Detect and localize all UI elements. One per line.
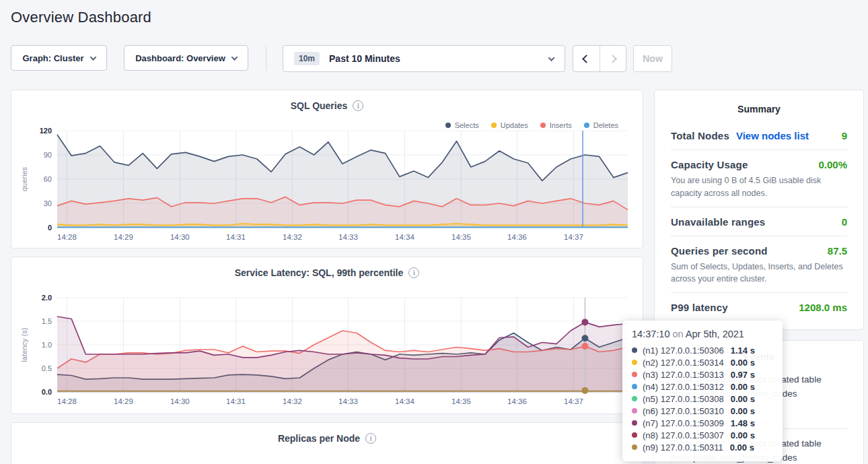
svg-text:1.0: 1.0	[42, 341, 52, 349]
svg-text:1.5: 1.5	[42, 317, 52, 325]
node-latency-value: 0.00 s	[731, 394, 755, 404]
replicas-per-node-title: Replicas per Node	[278, 433, 360, 444]
dashboard-dropdown[interactable]: Dashboard: Overview	[124, 45, 248, 71]
tooltip-date: Apr 5th, 2021	[686, 329, 744, 339]
node-address: (n3) 127.0.0.1:50313	[643, 370, 724, 380]
unavailable-ranges-label: Unavailable ranges	[671, 216, 765, 228]
svg-text:14:34: 14:34	[395, 233, 414, 241]
svg-text:14:33: 14:33	[338, 233, 358, 241]
node-address: (n4) 127.0.0.1:50312	[643, 382, 724, 392]
sql-queries-chart[interactable]: 14:2814:2914:3014:3114:3214:3314:3414:35…	[18, 125, 635, 244]
svg-text:90: 90	[44, 151, 52, 159]
capacity-usage-label: Capacity Usage	[671, 159, 748, 170]
chevron-down-icon	[231, 54, 238, 61]
total-nodes-label: Total Nodes	[671, 130, 729, 141]
tooltip-connector: on	[672, 329, 683, 339]
overview-dashboard-page: Overview Dashboard Graph: Cluster Dashbo…	[0, 0, 868, 464]
time-range-label: Past 10 Minutes	[329, 53, 400, 64]
svg-text:14:36: 14:36	[507, 397, 527, 405]
time-pager	[573, 45, 626, 72]
capacity-usage-description: You are using 0 B of 4.5 GiB usable disk…	[671, 174, 847, 207]
chevron-down-icon	[548, 55, 555, 61]
svg-text:120: 120	[40, 127, 52, 135]
node-color-dot	[632, 444, 637, 450]
svg-text:14:31: 14:31	[226, 233, 246, 241]
info-icon[interactable]: i	[365, 433, 376, 444]
queries-per-second-value: 87.5	[828, 245, 847, 257]
sql-queries-panel: SQL Queries i Selects Updates Inserts De…	[11, 90, 643, 248]
svg-text:14:28: 14:28	[57, 233, 77, 241]
service-latency-chart[interactable]: 14:2814:2914:3014:3114:3214:3314:3414:35…	[18, 292, 635, 408]
tooltip-timestamp: 14:37:10 on Apr 5th, 2021	[632, 329, 773, 339]
node-address: (n8) 127.0.0.1:50307	[643, 430, 724, 440]
svg-text:0.5: 0.5	[42, 364, 52, 372]
svg-text:latency (s): latency (s)	[20, 328, 28, 362]
p99-latency-value: 1208.0 ms	[799, 302, 847, 313]
chart-hover-tooltip: 14:37:10 on Apr 5th, 2021 (n1) 127.0.0.1…	[622, 321, 783, 461]
svg-text:14:36: 14:36	[507, 233, 527, 241]
tooltip-time: 14:37:10	[632, 329, 670, 339]
now-button[interactable]: Now	[633, 45, 672, 72]
queries-per-second-description: Sum of Selects, Updates, Inserts, and De…	[671, 261, 847, 293]
node-color-dot	[632, 372, 637, 377]
node-address: (n5) 127.0.0.1:50308	[643, 394, 724, 404]
node-color-dot	[632, 347, 637, 353]
tooltip-row: (n9) 127.0.0.1:503110.00 s	[632, 441, 773, 453]
total-nodes-value: 9	[842, 130, 847, 141]
unavailable-ranges-row: Unavailable ranges 0	[671, 207, 847, 236]
sql-queries-title: SQL Queries	[291, 100, 348, 111]
page-title: Overview Dashboard	[11, 9, 151, 26]
svg-text:0: 0	[48, 224, 52, 232]
node-latency-value: 0.00 s	[731, 382, 755, 392]
tooltip-row: (n8) 127.0.0.1:503070.00 s	[632, 429, 773, 441]
graph-dropdown-label: Graph: Cluster	[22, 53, 83, 63]
svg-text:14:35: 14:35	[451, 233, 471, 241]
svg-text:queries: queries	[20, 166, 28, 191]
node-latency-value: 1.48 s	[731, 418, 755, 428]
node-latency-value: 0.97 s	[731, 370, 755, 380]
info-icon[interactable]: i	[353, 100, 363, 111]
svg-text:0.0: 0.0	[42, 388, 52, 396]
time-range-selector[interactable]: 10m Past 10 Minutes	[283, 45, 565, 72]
info-icon[interactable]: i	[408, 267, 419, 278]
node-color-dot	[632, 408, 637, 413]
svg-text:30: 30	[44, 199, 52, 207]
node-address: (n9) 127.0.0.1:50311	[643, 442, 723, 453]
replicas-per-node-panel: Replicas per Node i	[11, 422, 643, 464]
prev-interval-button[interactable]	[573, 46, 600, 71]
svg-text:14:28: 14:28	[57, 397, 77, 405]
svg-text:14:34: 14:34	[395, 397, 414, 405]
node-latency-value: 1.14 s	[731, 345, 755, 356]
total-nodes-row: Total Nodes View nodes list 9	[671, 121, 847, 150]
tooltip-row: (n5) 127.0.0.1:503080.00 s	[632, 393, 773, 405]
svg-text:14:31: 14:31	[226, 397, 246, 405]
chevron-right-icon	[608, 55, 617, 63]
tooltip-row: (n4) 127.0.0.1:503120.00 s	[632, 380, 773, 393]
chevron-down-icon	[89, 54, 96, 61]
tooltip-row: (n6) 127.0.0.1:503100.00 s	[632, 405, 773, 417]
unavailable-ranges-value: 0	[842, 216, 847, 228]
next-interval-button[interactable]	[600, 46, 626, 71]
view-nodes-list-link[interactable]: View nodes list	[736, 130, 809, 141]
svg-text:14:37: 14:37	[564, 397, 583, 405]
svg-text:14:32: 14:32	[283, 233, 302, 241]
time-range-badge: 10m	[294, 52, 320, 65]
svg-text:2.0: 2.0	[42, 294, 52, 302]
svg-text:14:35: 14:35	[451, 397, 471, 405]
graph-dropdown[interactable]: Graph: Cluster	[11, 45, 107, 71]
tooltip-row: (n2) 127.0.0.1:503140.00 s	[632, 356, 773, 368]
tooltip-row: (n7) 127.0.0.1:503091.48 s	[632, 417, 773, 429]
dashboard-dropdown-label: Dashboard: Overview	[135, 53, 225, 63]
node-color-dot	[632, 360, 637, 365]
service-latency-title: Service Latency: SQL, 99th percentile	[235, 267, 404, 278]
node-color-dot	[632, 432, 637, 438]
node-address: (n6) 127.0.0.1:50310	[643, 406, 724, 416]
summary-panel: Summary Total Nodes View nodes list 9 Ca…	[654, 90, 864, 330]
node-latency-value: 0.00 s	[731, 430, 755, 440]
svg-text:14:32: 14:32	[283, 397, 302, 405]
p99-latency-label: P99 latency	[671, 302, 728, 313]
svg-text:14:33: 14:33	[338, 397, 358, 405]
chevron-left-icon	[582, 55, 591, 63]
tooltip-row: (n3) 127.0.0.1:503130.97 s	[632, 368, 773, 380]
svg-text:14:29: 14:29	[114, 397, 133, 405]
